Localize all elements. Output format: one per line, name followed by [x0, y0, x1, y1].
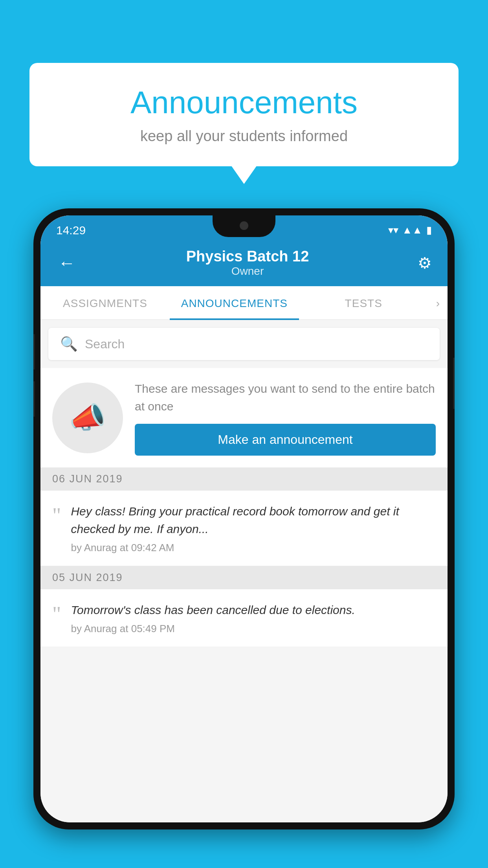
speech-bubble-title: Announcements: [53, 85, 435, 121]
search-placeholder: Search: [85, 337, 125, 351]
power-button: [453, 358, 455, 409]
back-button[interactable]: ←: [56, 251, 77, 275]
header-center: Physics Batch 12 Owner: [186, 248, 309, 278]
wifi-icon: ▾▾: [388, 224, 398, 236]
promo-description: These are messages you want to send to t…: [135, 380, 436, 415]
phone-container: 14:29 ▾▾ ▲▲ ▮ ← Physics Batch 12 Owner ⚙: [33, 208, 455, 868]
app-header: ← Physics Batch 12 Owner ⚙: [40, 241, 448, 286]
date-divider-0: 06 JUN 2019: [40, 467, 448, 491]
tab-assignments[interactable]: ASSIGNMENTS: [40, 286, 170, 319]
camera-dot: [240, 221, 248, 230]
announcement-item-0[interactable]: " Hey class! Bring your practical record…: [40, 491, 448, 566]
battery-icon: ▮: [426, 224, 432, 236]
date-divider-1: 05 JUN 2019: [40, 566, 448, 589]
tab-more[interactable]: ›: [428, 286, 448, 319]
tab-announcements[interactable]: ANNOUNCEMENTS: [170, 286, 299, 319]
announcement-item-1[interactable]: " Tomorrow's class has been cancelled du…: [40, 589, 448, 647]
search-icon: 🔍: [60, 336, 78, 352]
screen-inner: 14:29 ▾▾ ▲▲ ▮ ← Physics Batch 12 Owner ⚙: [40, 215, 448, 822]
speech-bubble-container: Announcements keep all your students inf…: [29, 63, 459, 166]
phone-screen: 14:29 ▾▾ ▲▲ ▮ ← Physics Batch 12 Owner ⚙: [40, 215, 448, 822]
volume-up-button: [33, 334, 35, 370]
quote-icon-0: ": [52, 504, 61, 526]
speech-bubble-subtitle: keep all your students informed: [53, 128, 435, 145]
status-icons: ▾▾ ▲▲ ▮: [388, 224, 432, 236]
tabs-bar: ASSIGNMENTS ANNOUNCEMENTS TESTS ›: [40, 286, 448, 320]
announcement-body-0: Hey class! Bring your practical record b…: [71, 502, 436, 554]
promo-icon-circle: 📣: [52, 383, 123, 453]
search-bar[interactable]: 🔍 Search: [48, 328, 440, 360]
announcement-meta-1: by Anurag at 05:49 PM: [71, 623, 436, 635]
announcement-body-1: Tomorrow's class has been cancelled due …: [71, 601, 436, 635]
announcement-text-1: Tomorrow's class has been cancelled due …: [71, 601, 436, 619]
quote-icon-1: ": [52, 603, 61, 625]
tab-tests[interactable]: TESTS: [299, 286, 428, 319]
megaphone-icon: 📣: [69, 401, 106, 435]
settings-button[interactable]: ⚙: [418, 254, 432, 272]
header-title: Physics Batch 12: [186, 248, 309, 265]
make-announcement-button[interactable]: Make an announcement: [135, 424, 436, 456]
header-subtitle: Owner: [186, 265, 309, 278]
volume-down-button: [33, 381, 35, 417]
announcement-meta-0: by Anurag at 09:42 AM: [71, 542, 436, 554]
promo-card: 📣 These are messages you want to send to…: [40, 368, 448, 467]
announcement-text-0: Hey class! Bring your practical record b…: [71, 502, 436, 538]
phone-device: 14:29 ▾▾ ▲▲ ▮ ← Physics Batch 12 Owner ⚙: [33, 208, 455, 829]
signal-icon: ▲▲: [402, 224, 422, 236]
phone-notch: [213, 215, 275, 237]
speech-bubble: Announcements keep all your students inf…: [29, 63, 459, 166]
status-time: 14:29: [56, 224, 86, 237]
content-area: 🔍 Search 📣 These are messages you want t…: [40, 320, 448, 822]
promo-right: These are messages you want to send to t…: [135, 380, 436, 456]
